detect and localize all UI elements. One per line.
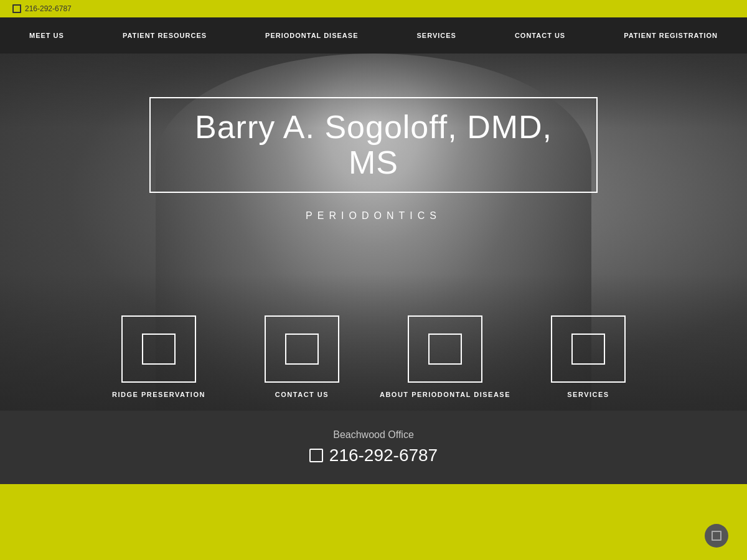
phone-icon-small [12,4,21,13]
footer-section: Beachwood Office 216-292-6787 [0,411,747,484]
yellow-section [0,484,747,560]
feature-label-3: ABOUT PERIODONTAL DISEASE [380,390,510,399]
feature-box-2 [265,315,339,383]
nav-contact-us[interactable]: CONTACT US [509,27,571,44]
feature-inner-4 [571,334,605,365]
feature-label-2: CONTACT US [275,390,329,399]
top-bar-phone-number: 216-292-6787 [25,4,72,13]
nav-patient-resources[interactable]: PATIENT RESOURCES [116,27,213,44]
features-row: RIDGE PRESERVATION CONTACT US ABOUT PERI… [0,315,747,399]
top-bar-phone[interactable]: 216-292-6787 [12,4,72,13]
nav-meet-us[interactable]: MEET US [23,27,70,44]
hero-subtitle: PERIODONTICS [306,210,441,222]
nav-services[interactable]: SERVICES [410,27,462,44]
feature-inner-3 [428,334,462,365]
scroll-up-button[interactable] [705,524,728,548]
feature-about-periodontal[interactable]: ABOUT PERIODONTAL DISEASE [374,315,517,399]
feature-contact-us[interactable]: CONTACT US [230,315,374,399]
phone-icon-large [309,449,323,462]
nav-periodontal-disease[interactable]: PERIODONTAL DISEASE [259,27,364,44]
hero-title-container: Barry A. Sogoloff, DMD, MS [149,97,598,193]
feature-box-4 [551,315,626,383]
footer-phone-row[interactable]: 216-292-6787 [309,446,438,465]
footer-phone-number: 216-292-6787 [329,446,438,465]
top-bar: 216-292-6787 [0,0,747,17]
feature-services[interactable]: SERVICES [517,315,660,399]
feature-ridge-preservation[interactable]: RIDGE PRESERVATION [87,315,230,399]
hero-section: Barry A. Sogoloff, DMD, MS PERIODONTICS … [0,54,747,411]
feature-box-3 [408,315,482,383]
main-nav: MEET US PATIENT RESOURCES PERIODONTAL DI… [0,17,747,54]
feature-inner-1 [142,334,176,365]
feature-label-1: RIDGE PRESERVATION [112,390,205,399]
feature-label-4: SERVICES [567,390,609,399]
hero-title: Barry A. Sogoloff, DMD, MS [176,110,571,180]
scroll-up-icon [712,531,721,541]
feature-box-1 [121,315,196,383]
nav-patient-registration[interactable]: PATIENT REGISTRATION [618,27,724,44]
footer-office-label: Beachwood Office [333,429,414,441]
feature-inner-2 [285,334,319,365]
